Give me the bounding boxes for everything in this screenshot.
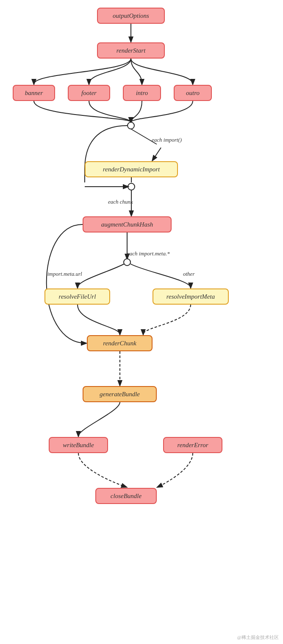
flowchart-diagram: outputOptions renderStart banner footer … bbox=[0, 0, 283, 644]
label-importMetaUrl: import.meta.url bbox=[47, 271, 82, 277]
node-closeBundle: closeBundle bbox=[95, 488, 157, 504]
node-augmentChunkHash: augmentChunkHash bbox=[83, 216, 172, 232]
watermark: @稀土掘金技术社区 bbox=[237, 634, 279, 641]
node-resolveFileUrl: resolveFileUrl bbox=[44, 288, 110, 305]
node-renderError: renderError bbox=[163, 437, 222, 453]
svg-point-4 bbox=[128, 183, 135, 190]
node-outro: outro bbox=[174, 85, 212, 101]
svg-line-3 bbox=[153, 148, 161, 160]
node-writeBundle: writeBundle bbox=[49, 437, 108, 453]
node-renderStart: renderStart bbox=[97, 42, 165, 59]
node-outputOptions: outputOptions bbox=[97, 8, 165, 24]
svg-point-1 bbox=[128, 122, 134, 129]
label-eachChunk: each chunk bbox=[108, 199, 133, 205]
node-renderDynamicImport: renderDynamicImport bbox=[85, 161, 178, 177]
label-eachImport: each import() bbox=[152, 137, 182, 143]
node-intro: intro bbox=[123, 85, 161, 101]
node-resolveImportMeta: resolveImportMeta bbox=[153, 288, 229, 305]
node-generateBundle: generateBundle bbox=[83, 386, 157, 402]
node-footer: footer bbox=[68, 85, 110, 101]
node-banner: banner bbox=[13, 85, 55, 101]
label-other: other bbox=[183, 271, 194, 277]
label-eachImportMeta: each import.meta.* bbox=[127, 250, 170, 257]
svg-point-10 bbox=[124, 259, 130, 266]
node-renderChunk: renderChunk bbox=[87, 335, 153, 351]
